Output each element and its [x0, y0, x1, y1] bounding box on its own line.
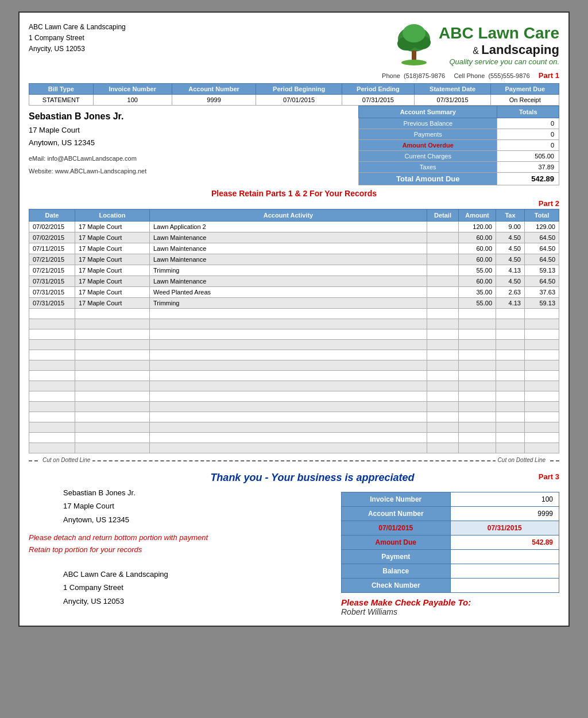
detach-notice: Please detach and return bottom portion …	[29, 532, 330, 556]
col-period-ending: Period Ending	[342, 84, 415, 95]
amount-overdue-label: Amount Overdue	[359, 140, 497, 151]
part1-label: Part 1	[539, 71, 559, 80]
period-beginning-value: 07/01/2015	[256, 95, 342, 106]
activity-row-empty	[29, 371, 559, 381]
bottom-customer-addr2: Anytown, US 12345	[63, 513, 330, 526]
activity-row-empty	[29, 391, 559, 402]
activity-table: Date Location Account Activity Detail Am…	[29, 209, 559, 453]
tree-icon	[394, 22, 434, 68]
payment-table: Invoice Number 100 Account Number 9999 0…	[341, 492, 559, 593]
summary-header2: Totals	[497, 106, 559, 118]
activity-row-empty	[29, 433, 559, 443]
part2-label: Part 2	[29, 199, 559, 208]
logo-landscaping: Landscaping	[481, 42, 559, 57]
company-addr1: 1 Company Street	[29, 33, 126, 44]
pt-check-value	[450, 579, 559, 593]
bottom-left: Sebastian B Jones Jr. 17 Maple Court Any…	[29, 486, 330, 616]
bottom-customer-addr1: 17 Maple Court	[63, 499, 330, 513]
activity-row-empty	[29, 319, 559, 329]
pt-check-label: Check Number	[342, 579, 451, 593]
pt-date-to: 07/31/2015	[450, 521, 559, 535]
svg-point-3	[403, 24, 425, 42]
pt-invoice-label: Invoice Number	[342, 492, 451, 507]
activity-row-empty	[29, 443, 559, 453]
payments-value: 0	[497, 129, 559, 140]
col-bill-type: Bill Type	[29, 84, 94, 95]
act-col-activity: Account Activity	[150, 209, 427, 222]
part3-label: Part 3	[539, 472, 559, 481]
customer-addr1: 17 Maple Court	[29, 124, 358, 137]
activity-row: 07/02/201517 Maple CourtLawn Application…	[29, 222, 559, 232]
phone-line: Phone (518)875-9876 Cell Phone (555)555-…	[382, 71, 559, 80]
pt-payment-value	[450, 550, 559, 564]
logo-tagline: Quality service you can count on.	[439, 57, 559, 66]
activity-row: 07/21/201517 Maple CourtTrimming55.004.1…	[29, 265, 559, 276]
col-invoice-number: Invoice Number	[93, 84, 172, 95]
activity-row-empty	[29, 340, 559, 350]
cut-label-left: Cut on Dotted Line	[40, 457, 92, 463]
activity-row-empty	[29, 350, 559, 360]
statement-date-value: 07/31/2015	[414, 95, 491, 106]
bottom-company-info: ABC Lawn Care & Landscaping 1 Company St…	[29, 568, 330, 608]
bottom-company-name: ABC Lawn Care & Landscaping	[63, 568, 330, 581]
amount-overdue-value: 0	[497, 140, 559, 151]
pt-date-from: 07/01/2015	[342, 521, 451, 535]
activity-row-empty	[29, 412, 559, 422]
act-col-total: Total	[525, 209, 559, 222]
svg-point-6	[401, 60, 427, 65]
logo-text: ABC Lawn Care & Landscaping Quality serv…	[439, 24, 559, 66]
activity-row-empty	[29, 422, 559, 433]
pt-payment-label: Payment	[342, 550, 451, 564]
activity-row: 07/02/201517 Maple CourtLawn Maintenance…	[29, 232, 559, 243]
logo-ampersand: &	[473, 46, 481, 56]
col-statement-date: Statement Date	[414, 84, 491, 95]
customer-name: Sebastian B Jones Jr.	[29, 111, 358, 122]
bill-type-value: STATEMENT	[29, 95, 94, 106]
retain-banner: Please Retain Parts 1 & 2 For Your Recor…	[29, 185, 559, 199]
cut-label-right: Cut on Dotted Line	[496, 457, 548, 463]
bottom-customer-info: Sebastian B Jones Jr. 17 Maple Court Any…	[29, 486, 330, 526]
col-period-beginning: Period Beginning	[256, 84, 342, 95]
total-amount: 542.89	[497, 173, 559, 185]
invoice-document: ABC Lawn Care & Landscaping 1 Company St…	[18, 11, 570, 627]
company-addr2: Anycity, US 12053	[29, 44, 126, 55]
pt-amount-value: 542.89	[450, 535, 559, 550]
pt-amount-label: Amount Due	[342, 535, 451, 550]
middle-section: Sebastian B Jones Jr. 17 Maple Court Any…	[29, 106, 559, 185]
bottom-section: Sebastian B Jones Jr. 17 Maple Court Any…	[29, 486, 559, 616]
account-summary-table: Account Summary Totals Previous Balance …	[358, 106, 559, 185]
pt-balance-label: Balance	[342, 564, 451, 579]
payments-label: Payments	[359, 129, 497, 140]
account-number-value: 9999	[172, 95, 256, 106]
taxes-label: Taxes	[359, 162, 497, 173]
act-col-amount: Amount	[459, 209, 496, 222]
make-check-text: Please Make Check Payable To:	[341, 597, 559, 607]
thank-you-text: Thank you - Your business is appreciated	[210, 467, 414, 486]
current-charges-value: 505.00	[497, 151, 559, 162]
activity-row-empty	[29, 402, 559, 412]
bill-table: Bill Type Invoice Number Account Number …	[29, 83, 559, 106]
taxes-value: 37.89	[497, 162, 559, 173]
activity-row: 07/31/201517 Maple CourtLawn Maintenance…	[29, 276, 559, 287]
col-account-number: Account Number	[172, 84, 256, 95]
activity-row: 07/21/201517 Maple CourtLawn Maintenance…	[29, 254, 559, 265]
company-name: ABC Lawn Care & Landscaping	[29, 22, 126, 33]
invoice-number-value: 100	[93, 95, 172, 106]
customer-website: Website: www.ABCLawn-Landscaping.net	[29, 168, 358, 174]
activity-row-empty	[29, 309, 559, 319]
col-payment-due: Payment Due	[491, 84, 559, 95]
act-col-date: Date	[29, 209, 75, 222]
activity-row-empty	[29, 329, 559, 340]
logo-abc: ABC Lawn Care	[439, 24, 559, 42]
pt-account-value: 9999	[450, 507, 559, 521]
activity-row: 07/31/201517 Maple CourtTrimming55.004.1…	[29, 298, 559, 309]
bottom-company-addr1: 1 Company Street	[63, 581, 330, 594]
activity-row-empty	[29, 381, 559, 391]
prev-balance-value: 0	[497, 118, 559, 129]
activity-row-empty	[29, 360, 559, 371]
header-section: ABC Lawn Care & Landscaping 1 Company St…	[29, 22, 559, 68]
customer-email: eMail: info@ABCLawnLandscape.com	[29, 155, 358, 162]
company-address: ABC Lawn Care & Landscaping 1 Company St…	[29, 22, 126, 55]
act-col-tax: Tax	[496, 209, 525, 222]
customer-info: Sebastian B Jones Jr. 17 Maple Court Any…	[29, 106, 358, 185]
